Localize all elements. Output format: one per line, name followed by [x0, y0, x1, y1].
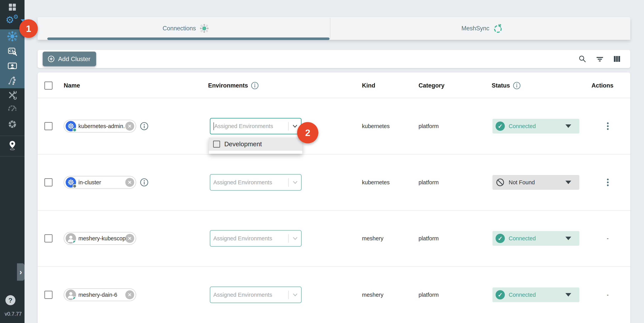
header-status: Status [492, 82, 521, 90]
status-dot [72, 128, 77, 132]
select-divider [288, 290, 289, 299]
select-divider [288, 178, 289, 187]
connection-name: in-cluster [76, 179, 125, 186]
connection-name: meshery-kubescop... [76, 235, 125, 242]
environments-placeholder: Assigned Environments [213, 179, 287, 186]
meshsync-icon [493, 23, 503, 34]
header-environments: Environments [208, 82, 259, 90]
info-icon[interactable] [140, 122, 149, 131]
workloads-icon [7, 61, 17, 71]
close-icon[interactable]: ✕ [125, 234, 134, 243]
dropdown-option-development[interactable]: Development [209, 138, 302, 151]
tab-meshsync-label: MeshSync [462, 25, 489, 32]
kind-cell: kubernetes [362, 179, 390, 186]
close-icon[interactable]: ✕ [125, 122, 134, 131]
not-found-icon [496, 178, 505, 187]
tab-meshsync[interactable]: MeshSync [334, 17, 630, 40]
sidebar-item-workloads[interactable] [0, 60, 24, 72]
sidebar-expand-button[interactable]: › [17, 263, 24, 281]
view-columns-button[interactable] [613, 55, 621, 63]
kind-cell: kubernetes [362, 123, 390, 129]
status-dot [72, 184, 77, 188]
close-icon[interactable]: ✕ [125, 290, 134, 299]
check-icon: ✓ [496, 122, 505, 131]
chevron-down-icon[interactable] [292, 123, 298, 129]
info-icon[interactable] [251, 82, 259, 90]
caret-down-icon [566, 237, 571, 240]
annotation-badge-2: 2 [297, 122, 318, 143]
select-all-checkbox[interactable] [44, 82, 52, 90]
tabs-bar: Connections MeshSync [38, 17, 630, 40]
info-icon[interactable] [513, 82, 521, 90]
environments-select[interactable]: Assigned Environments [210, 287, 302, 303]
status-badge[interactable]: ✓ Connected [492, 287, 579, 302]
connection-name: meshery-dain-6 [76, 292, 125, 298]
status-badge[interactable]: Not Found [492, 175, 579, 190]
select-divider [288, 122, 288, 130]
option-label: Development [224, 140, 262, 148]
close-icon[interactable]: ✕ [125, 178, 134, 187]
sidebar-item-toolkit[interactable] [0, 89, 24, 101]
row-checkbox[interactable] [44, 122, 52, 130]
chevron-down-icon[interactable] [292, 291, 298, 298]
add-cluster-button[interactable]: Add Cluster [43, 52, 96, 66]
environments-select[interactable]: Assigned Environments [210, 174, 302, 191]
row-actions-menu[interactable] [594, 123, 622, 130]
environments-select[interactable]: Assigned Environments [210, 118, 302, 134]
row-checkbox[interactable] [44, 234, 52, 242]
sidebar-item-adapters[interactable] [0, 46, 24, 57]
caret-down-icon [566, 124, 571, 128]
row-actions-menu[interactable] [594, 179, 622, 186]
help-button[interactable]: ? [6, 295, 16, 305]
table-toolbar: Add Cluster [38, 50, 630, 68]
info-icon[interactable] [140, 178, 149, 187]
category-cell: platform [418, 235, 439, 242]
dashboard-icon [8, 3, 17, 12]
sidebar-item-environments[interactable] [0, 139, 24, 151]
row-checkbox[interactable] [44, 291, 52, 299]
table-row: meshery-dain-6 ✕ Assigned Environments m… [38, 267, 630, 323]
view-columns-icon [613, 55, 621, 63]
tab-connections[interactable]: Connections [38, 17, 334, 40]
search-button[interactable] [578, 55, 587, 63]
connection-name: kubernetes-admin... [76, 123, 125, 129]
check-icon: ✓ [496, 234, 505, 243]
sidebar-item-dashboard[interactable] [0, 2, 24, 13]
connection-chip[interactable]: ☸ kubernetes-admin... ✕ [64, 120, 136, 133]
table-row: ☸ kubernetes-admin... ✕ Assigned Environ… [38, 98, 630, 155]
filter-button[interactable] [596, 55, 604, 63]
environment-pin-icon [7, 140, 17, 151]
filter-icon [596, 55, 604, 63]
connections-table: Name Environments Kind Category Status A… [38, 73, 630, 323]
lifecycle-gear-icon: ⚙⚙ [6, 15, 19, 26]
circle-plus-icon [47, 55, 55, 63]
category-cell: platform [418, 179, 439, 186]
status-badge[interactable]: ✓ Connected [492, 231, 579, 246]
category-cell: platform [418, 292, 439, 298]
chevron-down-icon[interactable] [292, 179, 298, 186]
header-actions: Actions [592, 82, 614, 89]
connection-chip[interactable]: meshery-kubescop... ✕ [64, 232, 136, 245]
tab-divider [330, 18, 330, 39]
toolkit-icon [8, 90, 17, 100]
connection-chip[interactable]: ☸ in-cluster ✕ [64, 176, 136, 189]
row-checkbox[interactable] [44, 178, 52, 186]
sidebar-item-performance[interactable] [0, 103, 24, 114]
header-kind: Kind [362, 82, 375, 89]
adapters-icon [7, 46, 17, 56]
chevron-down-icon[interactable] [292, 235, 298, 242]
option-checkbox[interactable] [213, 141, 220, 148]
table-header: Name Environments Kind Category Status A… [38, 73, 630, 98]
environments-select[interactable]: Assigned Environments [210, 230, 302, 247]
search-icon [578, 55, 587, 63]
caret-down-icon [566, 293, 571, 296]
connection-chip[interactable]: meshery-dain-6 ✕ [64, 288, 136, 301]
kind-cell: meshery [362, 292, 384, 298]
sidebar-item-extensions[interactable] [0, 119, 24, 130]
check-icon: ✓ [496, 290, 505, 299]
avatar-icon [66, 289, 76, 300]
status-badge[interactable]: ✓ Connected [492, 119, 579, 134]
caret-down-icon [566, 181, 571, 184]
sidebar-item-pipeline[interactable] [0, 75, 24, 86]
row-actions-none: - [594, 235, 622, 242]
